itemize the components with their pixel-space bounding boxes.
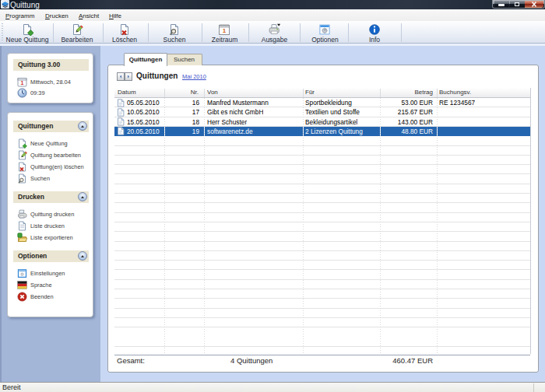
svg-text:1: 1 [21, 80, 24, 86]
svg-text:1: 1 [223, 27, 227, 34]
